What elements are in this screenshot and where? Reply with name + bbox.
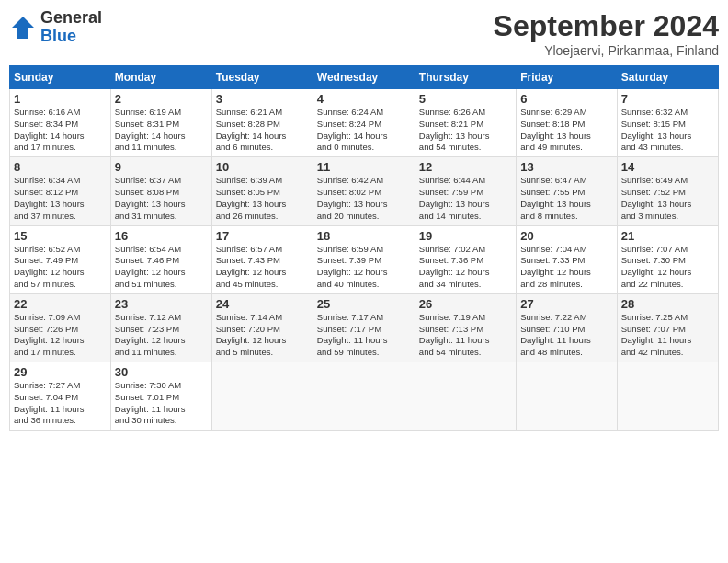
day-cell: 30Sunrise: 7:30 AM Sunset: 7:01 PM Dayli… <box>110 362 211 431</box>
day-number: 3 <box>216 92 309 106</box>
title-block: September 2024 Yloejaervi, Pirkanmaa, Fi… <box>494 9 719 58</box>
day-cell: 8Sunrise: 6:34 AM Sunset: 8:12 PM Daylig… <box>10 157 111 225</box>
day-info: Sunrise: 7:30 AM Sunset: 7:01 PM Dayligh… <box>115 380 208 427</box>
day-number: 17 <box>216 229 309 243</box>
day-number: 21 <box>621 229 714 243</box>
day-info: Sunrise: 6:54 AM Sunset: 7:46 PM Dayligh… <box>115 244 208 291</box>
day-cell <box>313 362 415 431</box>
day-cell: 3Sunrise: 6:21 AM Sunset: 8:28 PM Daylig… <box>211 89 313 157</box>
day-number: 4 <box>317 92 411 106</box>
day-number: 18 <box>317 229 411 243</box>
calendar-title: September 2024 <box>494 9 719 43</box>
day-info: Sunrise: 7:02 AM Sunset: 7:36 PM Dayligh… <box>419 244 512 291</box>
header-cell-friday: Friday <box>517 66 617 89</box>
day-info: Sunrise: 7:12 AM Sunset: 7:23 PM Dayligh… <box>115 312 208 359</box>
day-cell <box>415 362 516 431</box>
day-info: Sunrise: 7:04 AM Sunset: 7:33 PM Dayligh… <box>520 244 612 291</box>
day-cell: 4Sunrise: 6:24 AM Sunset: 8:24 PM Daylig… <box>313 89 415 157</box>
calendar-body: 1Sunrise: 6:16 AM Sunset: 8:34 PM Daylig… <box>10 89 719 431</box>
day-info: Sunrise: 6:52 AM Sunset: 7:49 PM Dayligh… <box>14 244 107 291</box>
page: General Blue September 2024 Yloejaervi, … <box>0 0 728 563</box>
day-cell: 18Sunrise: 6:59 AM Sunset: 7:39 PM Dayli… <box>313 225 415 293</box>
week-row-5: 29Sunrise: 7:27 AM Sunset: 7:04 PM Dayli… <box>10 362 719 431</box>
day-info: Sunrise: 6:57 AM Sunset: 7:43 PM Dayligh… <box>216 244 309 291</box>
day-number: 13 <box>520 160 612 174</box>
header-cell-sunday: Sunday <box>10 66 111 89</box>
logo: General Blue <box>9 9 102 46</box>
day-info: Sunrise: 6:47 AM Sunset: 7:55 PM Dayligh… <box>520 175 612 222</box>
day-number: 27 <box>520 297 612 311</box>
logo-icon <box>9 14 37 41</box>
week-row-4: 22Sunrise: 7:09 AM Sunset: 7:26 PM Dayli… <box>10 293 719 362</box>
day-cell: 11Sunrise: 6:42 AM Sunset: 8:02 PM Dayli… <box>313 157 415 225</box>
day-info: Sunrise: 6:29 AM Sunset: 8:18 PM Dayligh… <box>520 107 612 154</box>
day-number: 6 <box>520 92 612 106</box>
day-cell: 24Sunrise: 7:14 AM Sunset: 7:20 PM Dayli… <box>211 293 313 362</box>
day-number: 14 <box>621 160 714 174</box>
logo-general-text: General <box>40 9 102 28</box>
day-info: Sunrise: 6:21 AM Sunset: 8:28 PM Dayligh… <box>216 107 309 154</box>
day-cell: 1Sunrise: 6:16 AM Sunset: 8:34 PM Daylig… <box>10 89 111 157</box>
day-cell: 12Sunrise: 6:44 AM Sunset: 7:59 PM Dayli… <box>415 157 516 225</box>
day-number: 23 <box>115 297 208 311</box>
day-cell: 21Sunrise: 7:07 AM Sunset: 7:30 PM Dayli… <box>617 225 718 293</box>
day-cell <box>517 362 617 431</box>
day-info: Sunrise: 6:42 AM Sunset: 8:02 PM Dayligh… <box>317 175 411 222</box>
day-cell: 6Sunrise: 6:29 AM Sunset: 8:18 PM Daylig… <box>517 89 617 157</box>
day-number: 2 <box>115 92 208 106</box>
day-cell <box>211 362 313 431</box>
day-info: Sunrise: 6:49 AM Sunset: 7:52 PM Dayligh… <box>621 175 714 222</box>
day-cell <box>617 362 718 431</box>
header-cell-monday: Monday <box>110 66 211 89</box>
day-cell: 28Sunrise: 7:25 AM Sunset: 7:07 PM Dayli… <box>617 293 718 362</box>
week-row-1: 1Sunrise: 6:16 AM Sunset: 8:34 PM Daylig… <box>10 89 719 157</box>
day-info: Sunrise: 6:32 AM Sunset: 8:15 PM Dayligh… <box>621 107 714 154</box>
day-number: 28 <box>621 297 714 311</box>
day-cell: 25Sunrise: 7:17 AM Sunset: 7:17 PM Dayli… <box>313 293 415 362</box>
logo-text: General Blue <box>40 9 102 46</box>
header-cell-wednesday: Wednesday <box>313 66 415 89</box>
calendar-table: SundayMondayTuesdayWednesdayThursdayFrid… <box>9 65 719 431</box>
day-number: 7 <box>621 92 714 106</box>
day-number: 22 <box>14 297 107 311</box>
day-cell: 9Sunrise: 6:37 AM Sunset: 8:08 PM Daylig… <box>110 157 211 225</box>
day-number: 26 <box>419 297 512 311</box>
calendar-header: SundayMondayTuesdayWednesdayThursdayFrid… <box>10 66 719 89</box>
day-cell: 22Sunrise: 7:09 AM Sunset: 7:26 PM Dayli… <box>10 293 111 362</box>
day-cell: 20Sunrise: 7:04 AM Sunset: 7:33 PM Dayli… <box>517 225 617 293</box>
day-info: Sunrise: 6:24 AM Sunset: 8:24 PM Dayligh… <box>317 107 411 154</box>
week-row-2: 8Sunrise: 6:34 AM Sunset: 8:12 PM Daylig… <box>10 157 719 225</box>
day-number: 29 <box>14 365 107 379</box>
week-row-3: 15Sunrise: 6:52 AM Sunset: 7:49 PM Dayli… <box>10 225 719 293</box>
day-info: Sunrise: 7:14 AM Sunset: 7:20 PM Dayligh… <box>216 312 309 359</box>
day-number: 5 <box>419 92 512 106</box>
day-cell: 13Sunrise: 6:47 AM Sunset: 7:55 PM Dayli… <box>517 157 617 225</box>
day-number: 11 <box>317 160 411 174</box>
day-cell: 7Sunrise: 6:32 AM Sunset: 8:15 PM Daylig… <box>617 89 718 157</box>
day-number: 24 <box>216 297 309 311</box>
day-cell: 5Sunrise: 6:26 AM Sunset: 8:21 PM Daylig… <box>415 89 516 157</box>
day-cell: 14Sunrise: 6:49 AM Sunset: 7:52 PM Dayli… <box>617 157 718 225</box>
day-number: 9 <box>115 160 208 174</box>
header-cell-saturday: Saturday <box>617 66 718 89</box>
day-info: Sunrise: 6:34 AM Sunset: 8:12 PM Dayligh… <box>14 175 107 222</box>
day-info: Sunrise: 7:17 AM Sunset: 7:17 PM Dayligh… <box>317 312 411 359</box>
day-info: Sunrise: 6:16 AM Sunset: 8:34 PM Dayligh… <box>14 107 107 154</box>
day-number: 20 <box>520 229 612 243</box>
day-number: 8 <box>14 160 107 174</box>
day-cell: 26Sunrise: 7:19 AM Sunset: 7:13 PM Dayli… <box>415 293 516 362</box>
day-info: Sunrise: 6:59 AM Sunset: 7:39 PM Dayligh… <box>317 244 411 291</box>
day-info: Sunrise: 6:26 AM Sunset: 8:21 PM Dayligh… <box>419 107 512 154</box>
day-cell: 19Sunrise: 7:02 AM Sunset: 7:36 PM Dayli… <box>415 225 516 293</box>
day-cell: 27Sunrise: 7:22 AM Sunset: 7:10 PM Dayli… <box>517 293 617 362</box>
header-cell-thursday: Thursday <box>415 66 516 89</box>
day-info: Sunrise: 7:07 AM Sunset: 7:30 PM Dayligh… <box>621 244 714 291</box>
day-info: Sunrise: 7:19 AM Sunset: 7:13 PM Dayligh… <box>419 312 512 359</box>
svg-marker-0 <box>12 17 34 39</box>
day-info: Sunrise: 6:19 AM Sunset: 8:31 PM Dayligh… <box>115 107 208 154</box>
header-row: SundayMondayTuesdayWednesdayThursdayFrid… <box>10 66 719 89</box>
day-cell: 17Sunrise: 6:57 AM Sunset: 7:43 PM Dayli… <box>211 225 313 293</box>
header: General Blue September 2024 Yloejaervi, … <box>9 9 719 58</box>
day-info: Sunrise: 6:39 AM Sunset: 8:05 PM Dayligh… <box>216 175 309 222</box>
logo-blue-text: Blue <box>40 28 102 46</box>
